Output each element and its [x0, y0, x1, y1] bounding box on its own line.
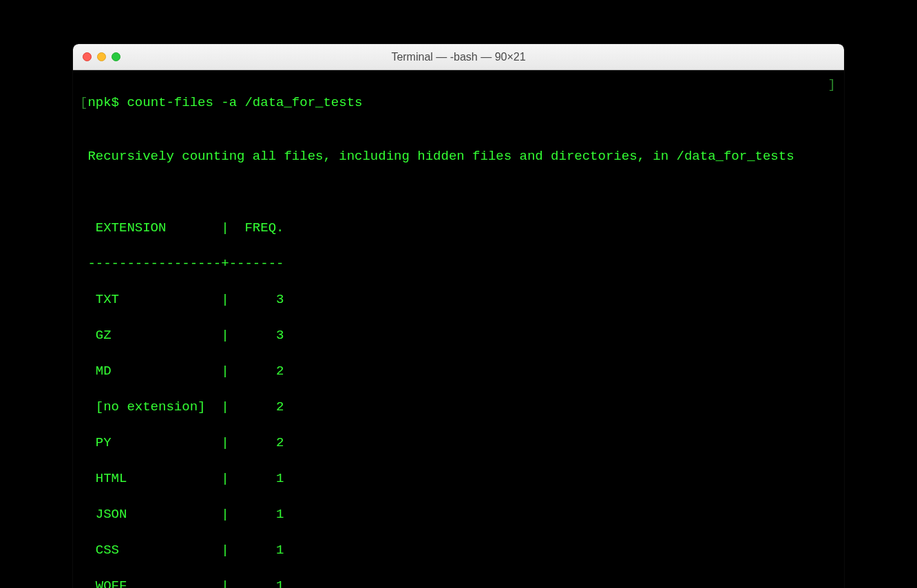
table-divider: -----------------+------- [80, 255, 837, 273]
close-icon[interactable] [83, 52, 92, 61]
traffic-lights [73, 52, 120, 61]
terminal-window: Terminal — -bash — 90×21 [npk$ count-fil… [73, 44, 844, 588]
status-line: Recursively counting all files, includin… [80, 147, 837, 165]
table-row: GZ | 3 [80, 326, 837, 344]
maximize-icon[interactable] [112, 52, 120, 61]
table-row: MD | 2 [80, 362, 837, 380]
open-bracket: [ [80, 95, 87, 110]
prompt-line-1: [npk$ count-files -a /data_for_tests] [80, 94, 837, 112]
table-row: CSS | 1 [80, 541, 837, 559]
prompt-user: npk$ [87, 95, 127, 110]
window-title: Terminal — -bash — 90×21 [73, 51, 844, 63]
table-row: JSON | 1 [80, 505, 837, 523]
command-text: count-files -a /data_for_tests [127, 95, 362, 110]
table-row: WOFF | 1 [80, 577, 837, 588]
minimize-icon[interactable] [97, 52, 106, 61]
close-bracket: ] [828, 76, 836, 94]
table-row: [no extension] | 2 [80, 398, 837, 416]
window-titlebar[interactable]: Terminal — -bash — 90×21 [73, 44, 844, 70]
terminal-content[interactable]: [npk$ count-files -a /data_for_tests] Re… [73, 70, 844, 588]
table-header: EXTENSION | FREQ. [80, 219, 837, 237]
table-row: HTML | 1 [80, 470, 837, 487]
table-row: PY | 2 [80, 434, 837, 452]
table-row: TXT | 3 [80, 291, 837, 308]
